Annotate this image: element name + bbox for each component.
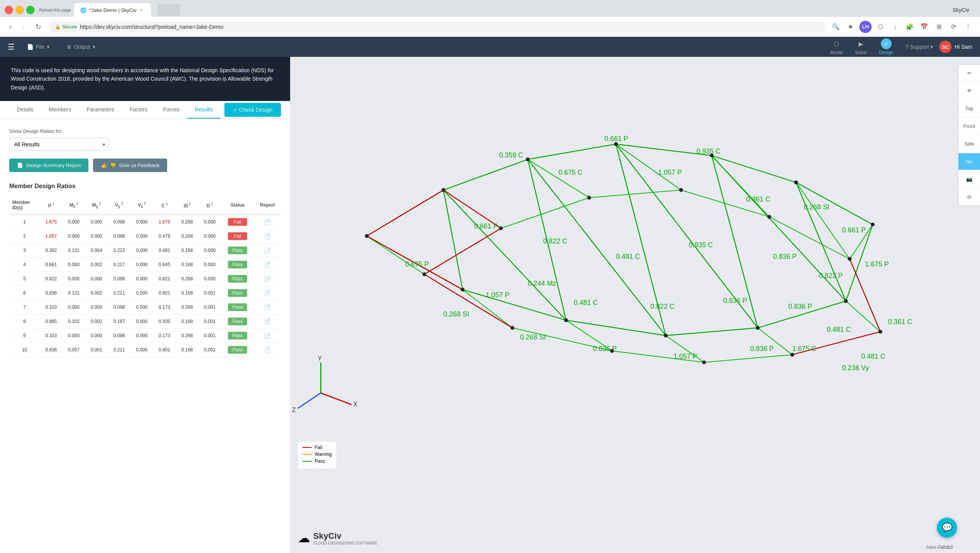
tab-parameters[interactable]: Parameters <box>79 101 122 119</box>
report-icon[interactable]: 📄 <box>264 318 271 325</box>
design-nav-item[interactable]: ✓ Design <box>873 36 899 58</box>
eye-tool-btn[interactable]: 👁 <box>958 83 980 99</box>
user-chip[interactable]: SC Hi Sam <box>939 41 972 53</box>
cell-report[interactable]: 📄 <box>254 243 281 258</box>
svg-point-59 <box>461 288 465 291</box>
cell-Mz: 0.131 <box>62 243 85 258</box>
table-row: 2 1.057 0.000 0.000 0.098 0.000 0.479 0.… <box>9 229 281 243</box>
tab-forces[interactable]: Forces <box>155 101 187 119</box>
tab-close-btn[interactable]: × <box>140 7 143 13</box>
cell-SI: 0.168 <box>176 315 198 329</box>
cell-status: Fail <box>221 215 254 229</box>
iso-view-btn[interactable]: Iso <box>958 153 980 170</box>
report-icon[interactable]: 📄 <box>264 262 271 268</box>
report-icon[interactable]: 📄 <box>264 290 271 296</box>
support-btn[interactable]: ? Support ▾ <box>905 44 933 50</box>
cell-report[interactable]: 📄 <box>254 286 281 300</box>
hamburger-menu[interactable]: ☰ <box>8 42 15 51</box>
back-btn[interactable]: ‹ <box>6 21 15 32</box>
user-avatar-nav[interactable]: LH <box>859 21 872 33</box>
cell-status: Fail <box>221 229 254 243</box>
feedback-btn[interactable]: 👍 👎 Give us Feedback <box>93 159 167 172</box>
downloads-icon[interactable]: ↓ <box>889 21 901 33</box>
svg-text:Z: Z <box>292 407 296 413</box>
forward-btn[interactable]: › <box>19 21 28 32</box>
reset-view-btn[interactable]: ⟳ <box>958 189 980 205</box>
cell-report[interactable]: 📄 <box>254 329 281 343</box>
col-report: Report <box>254 196 281 215</box>
puzzle-icon[interactable]: 🧩 <box>904 21 915 33</box>
top-view-btn[interactable]: Top <box>958 100 980 117</box>
svg-text:0.836 P: 0.836 P <box>788 303 812 310</box>
grid-icon[interactable]: ⊞ <box>933 21 945 33</box>
reload-button[interactable]: Reload this page <box>39 8 71 12</box>
calendar-icon[interactable]: 📅 <box>919 21 930 33</box>
tab-details[interactable]: Details <box>9 101 41 119</box>
refresh-icon[interactable]: ⟳ <box>948 21 959 33</box>
svg-text:0.675 P: 0.675 P <box>405 260 429 268</box>
new-tab-btn[interactable] <box>157 4 180 16</box>
table-title: Member Design Ratios <box>9 183 281 190</box>
svg-text:0.675 C: 0.675 C <box>558 169 583 176</box>
file-menu-btn[interactable]: 📄 File ▾ <box>22 41 54 53</box>
cell-Vy: 0.098 <box>108 229 130 243</box>
output-menu-btn[interactable]: 🖥 Output ▾ <box>62 41 100 53</box>
svg-point-53 <box>442 188 445 192</box>
main-layout: This code is used for designing wood mem… <box>0 57 980 553</box>
design-summary-report-btn[interactable]: 📄 Design Summary Report <box>9 159 88 172</box>
solve-nav-item[interactable]: ▶ Solve <box>849 36 873 58</box>
svg-point-72 <box>702 361 706 364</box>
table-row: 9 0.103 0.000 0.000 0.098 0.000 0.173 0.… <box>9 329 281 343</box>
col-status: Status <box>221 196 254 215</box>
check-design-button[interactable]: ✓ Check Design <box>224 103 281 117</box>
report-icon[interactable]: 📄 <box>264 247 271 253</box>
user-chip-avatar: SC <box>939 41 952 53</box>
cell-report[interactable]: 📄 <box>254 300 281 315</box>
close-window-btn[interactable] <box>5 6 13 14</box>
tab-factors[interactable]: Factors <box>122 101 156 119</box>
extensions-icon[interactable]: ⬡ <box>875 21 886 33</box>
report-icon[interactable]: 📄 <box>264 233 271 239</box>
tab-members[interactable]: Members <box>41 101 79 119</box>
edit-tool-btn[interactable]: ✏ <box>958 65 980 82</box>
report-icon[interactable]: 📄 <box>264 219 271 225</box>
browser-nav: ‹ › ↻ 🔒 Secure https://dev.skyciv.com/st… <box>0 17 980 37</box>
browser-reload-btn[interactable]: ↻ <box>32 21 44 33</box>
svg-text:0.481 C: 0.481 C <box>861 353 885 360</box>
svg-point-54 <box>526 157 530 161</box>
tab-results[interactable]: Results <box>187 101 221 119</box>
report-icon[interactable]: 📄 <box>264 333 271 339</box>
report-icon[interactable]: 📄 <box>264 304 271 310</box>
svg-point-74 <box>879 330 882 334</box>
cell-report[interactable]: 📄 <box>254 215 281 229</box>
svg-point-70 <box>510 326 514 330</box>
cell-report[interactable]: 📄 <box>254 258 281 272</box>
minimize-window-btn[interactable] <box>15 6 24 14</box>
chat-button[interactable]: 💬 <box>937 518 957 538</box>
address-bar[interactable]: 🔒 Secure https://dev.skyciv.com/structur… <box>49 22 826 32</box>
camera-btn[interactable]: 📷 <box>958 171 980 188</box>
cell-report[interactable]: 📄 <box>254 343 281 357</box>
bookmark-icon[interactable]: ★ <box>845 21 856 33</box>
design-ratio-select-wrapper[interactable]: All Results Passed Failed ▾ <box>9 138 109 151</box>
url-text: https://dev.skyciv.com/structural?preloa… <box>80 24 223 30</box>
maximize-window-btn[interactable] <box>26 6 35 14</box>
search-icon[interactable]: 🔍 <box>830 21 842 33</box>
design-ratio-select[interactable]: All Results Passed Failed <box>9 138 109 151</box>
report-icon[interactable]: 📄 <box>264 276 271 282</box>
col-SI: SI ℹ <box>176 196 198 215</box>
cell-C: 0.173 <box>153 300 176 315</box>
cell-SI: 0.168 <box>176 258 198 272</box>
side-view-btn[interactable]: Side <box>958 136 980 152</box>
model-nav-item[interactable]: ⬡ Model <box>824 36 849 58</box>
cell-report[interactable]: 📄 <box>254 229 281 243</box>
tabs-content: Show Design Ratios for: All Results Pass… <box>0 119 290 366</box>
browser-tab[interactable]: 🌐 *Jake-Demo | SkyCiv × <box>74 3 151 17</box>
cell-Vy: 0.217 <box>108 258 130 272</box>
cell-Vy: 0.223 <box>108 243 130 258</box>
front-view-btn[interactable]: Front <box>958 118 980 135</box>
report-icon[interactable]: 📄 <box>264 347 271 353</box>
cell-report[interactable]: 📄 <box>254 272 281 286</box>
more-icon[interactable]: ⋮ <box>962 21 974 33</box>
cell-report[interactable]: 📄 <box>254 315 281 329</box>
